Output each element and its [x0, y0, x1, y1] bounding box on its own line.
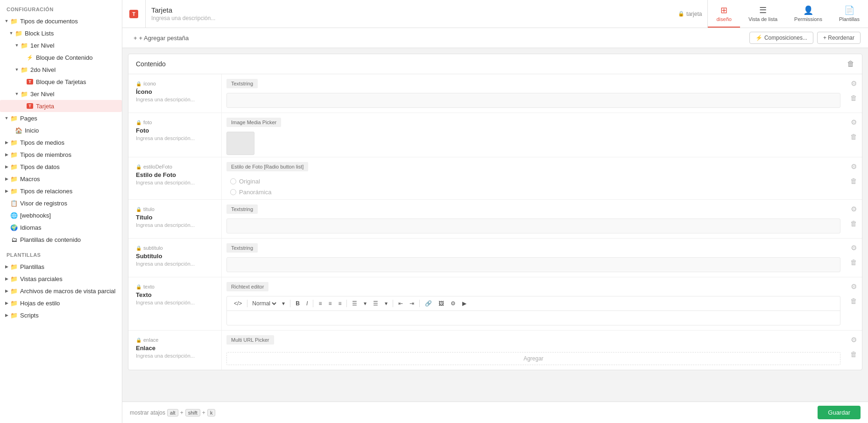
sidebar-item-1er-nivel[interactable]: ▼ 📁 1er Nivel	[0, 39, 122, 51]
section-delete-button[interactable]: 🗑	[847, 60, 854, 68]
field-actions-titulo: ⚙ 🗑	[845, 200, 862, 238]
image-placeholder-foto[interactable]	[226, 132, 254, 155]
rt-align-right-button[interactable]: ≡	[336, 299, 344, 308]
shortcut-label: mostrar atajos	[130, 409, 165, 416]
rt-play-button[interactable]: ▶	[460, 299, 469, 308]
shortcut-hint: mostrar atajos alt + shift + k	[130, 409, 215, 416]
sidebar-item-tipos-docs[interactable]: ▼ 📁 Tipos de documentos	[0, 15, 122, 27]
toggle-arrow: ▼	[4, 115, 9, 121]
toolbar-right: ⚡ Composiciones... + Reordenar	[749, 32, 861, 44]
sidebar-item-hojas-estilo[interactable]: ▶ 📁 Hojas de estilo	[0, 297, 122, 309]
field-delete-icon[interactable]: 🗑	[848, 348, 859, 360]
plantillas-icon: 📄	[844, 5, 854, 15]
sidebar-item-plantillas-contenido[interactable]: ▶ 🗂 Plantillas de contenido	[0, 233, 122, 246]
sidebar-item-visor-registros[interactable]: ▶ 📋 Visor de registros	[0, 197, 122, 209]
sidebar-item-tipos-medios[interactable]: ▶ 📁 Tipos de medios	[0, 136, 122, 148]
field-delete-icon[interactable]: 🗑	[848, 92, 859, 103]
sidebar-item-webhooks[interactable]: ▶ 🌐 [webhooks]	[0, 209, 122, 221]
sidebar-label-bloque-tarjetas: Bloque de Tarjetas	[36, 78, 86, 85]
rt-ul-button[interactable]: ☰	[350, 299, 360, 308]
rt-ol-dropdown[interactable]: ▾	[382, 299, 390, 308]
rt-align-center-button[interactable]: ≡	[326, 299, 334, 308]
rt-indent-button[interactable]: ⇥	[407, 299, 416, 308]
field-delete-icon[interactable]: 🗑	[848, 175, 859, 186]
toolbar: + + Agregar pestaña ⚡ Composiciones... +…	[122, 28, 868, 48]
sidebar-item-tipos-datos[interactable]: ▶ 📁 Tipos de datos	[0, 161, 122, 173]
sidebar-item-2do-nivel[interactable]: ▼ 📁 2do Nivel	[0, 63, 122, 76]
sidebar-item-inicio[interactable]: ▼ 🏠 Inicio	[0, 124, 122, 136]
field-editor-estilo-foto: Estilo de Foto [Radio button list] Origi…	[222, 157, 845, 199]
field-delete-icon[interactable]: 🗑	[848, 218, 859, 229]
toggle-arrow: ▶	[4, 300, 9, 306]
tab-vista-lista[interactable]: ☰ Vista de lista	[740, 0, 786, 28]
rt-ul-dropdown[interactable]: ▾	[361, 299, 369, 308]
sidebar-item-tipos-relaciones[interactable]: ▶ 📁 Tipos de relaciones	[0, 185, 122, 197]
field-settings-icon[interactable]: ⚙	[848, 161, 859, 172]
field-settings-icon[interactable]: ⚙	[848, 78, 859, 89]
rt-align-left-button[interactable]: ≡	[316, 299, 324, 308]
sidebar-item-vistas-parciales[interactable]: ▶ 📁 Vistas parciales	[0, 273, 122, 285]
tab-permissions[interactable]: 👤 Permissions	[786, 0, 831, 28]
field-input-titulo[interactable]	[226, 219, 840, 233]
plantillas-label: Plantillas	[839, 16, 860, 22]
rt-code-button[interactable]: </>	[232, 299, 244, 308]
rt-image-button[interactable]: 🖼	[436, 299, 446, 308]
rt-outdent-button[interactable]: ⇤	[396, 299, 405, 308]
tab-plantillas[interactable]: 📄 Plantillas	[831, 0, 868, 28]
richtext-content[interactable]	[227, 311, 840, 325]
sidebar-item-bloque-tarjetas[interactable]: ▼ T Bloque de Tarjetas	[0, 76, 122, 88]
field-input-subtitulo[interactable]	[226, 257, 840, 272]
sidebar-item-plantillas[interactable]: ▶ 📁 Plantillas	[0, 261, 122, 273]
tab-name-area: Ingresa una descripción...	[146, 0, 678, 28]
sidebar-item-archivos-macros[interactable]: ▶ 📁 Archivos de macros de vista parcial	[0, 285, 122, 297]
field-settings-icon[interactable]: ⚙	[848, 242, 859, 254]
tab-diseno[interactable]: ⊞ diseño	[708, 0, 740, 28]
sidebar-item-tarjeta[interactable]: ▼ T Tarjeta	[0, 100, 122, 112]
sidebar-item-block-lists[interactable]: ▼ 📁 Block Lists	[0, 27, 122, 39]
rt-dropdown-icon[interactable]: ▾	[280, 299, 287, 308]
sidebar-item-idiomas[interactable]: ▶ 🌍 Idiomas	[0, 221, 122, 233]
field-settings-icon[interactable]: ⚙	[848, 281, 859, 292]
add-tab-icon: +	[134, 35, 137, 42]
vista-lista-icon: ☰	[759, 5, 767, 15]
folder-icon: 📁	[10, 17, 18, 25]
field-desc-estilo-foto: Ingresa una descripción...	[136, 180, 214, 185]
save-button[interactable]: Guardar	[818, 406, 861, 419]
field-key-texto: 🔒 texto	[136, 284, 214, 289]
compositions-button[interactable]: ⚡ Composiciones...	[749, 32, 813, 44]
field-name-enlace: Enlace	[136, 345, 214, 352]
radio-option-original[interactable]: Original	[226, 176, 841, 187]
radio-option-panoramica[interactable]: Panorámica	[226, 187, 841, 197]
rt-link-button[interactable]: 🔗	[423, 299, 434, 308]
sidebar-item-bloque-contenido[interactable]: ▼ ⚡ Bloque de Contenido	[0, 51, 122, 63]
field-row-texto: 🔒 texto Texto Ingresa una descripción...…	[128, 277, 862, 331]
sidebar-label-block-lists: Block Lists	[25, 30, 54, 37]
rt-settings-button[interactable]: ⚙	[448, 299, 458, 308]
sidebar-item-3er-nivel[interactable]: ▼ 📁 3er Nivel	[0, 88, 122, 100]
sidebar-item-scripts[interactable]: ▶ 📁 Scripts	[0, 309, 122, 321]
sidebar-item-tipos-miembros[interactable]: ▶ 📁 Tipos de miembros	[0, 148, 122, 161]
field-settings-icon[interactable]: ⚙	[848, 117, 859, 128]
tab-lock-area: 🔒 tarjeta	[678, 0, 707, 28]
field-key-enlace: 🔒 enlace	[136, 337, 214, 343]
rt-bold-button[interactable]: B	[293, 299, 302, 308]
add-tab-button[interactable]: + + Agregar pestaña	[130, 33, 192, 43]
url-add-button[interactable]: Agregar	[226, 352, 840, 365]
lock-icon: 🔒	[136, 81, 141, 86]
field-settings-icon[interactable]: ⚙	[848, 334, 859, 345]
rt-format-select[interactable]: Normal	[250, 300, 278, 307]
field-input-icono[interactable]	[226, 93, 840, 108]
rt-ol-button[interactable]: ☰	[371, 299, 381, 308]
toggle-arrow: ▶	[4, 140, 9, 145]
toggle-arrow: ▼	[8, 30, 14, 36]
reorder-button[interactable]: + Reordenar	[817, 32, 861, 44]
rt-italic-button[interactable]: I	[304, 299, 310, 308]
sidebar-label-tipos-docs: Tipos de documentos	[20, 18, 78, 25]
sidebar-item-pages[interactable]: ▼ 📁 Pages	[0, 112, 122, 124]
field-delete-icon[interactable]: 🗑	[848, 295, 859, 306]
sidebar-item-macros[interactable]: ▶ 📁 Macros	[0, 173, 122, 185]
field-delete-icon[interactable]: 🗑	[848, 256, 859, 268]
doc-name-input[interactable]	[151, 6, 672, 14]
field-settings-icon[interactable]: ⚙	[848, 204, 859, 215]
field-delete-icon[interactable]: 🗑	[848, 131, 859, 142]
